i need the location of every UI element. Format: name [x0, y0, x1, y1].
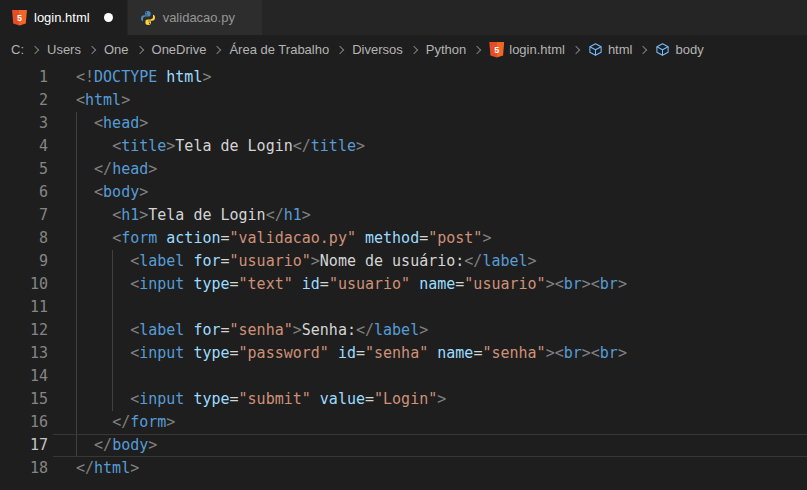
token-tag: h1	[121, 206, 139, 224]
python-icon	[140, 10, 156, 26]
html5-icon-digit: 5	[494, 45, 499, 55]
breadcrumb-item-diversos[interactable]: Diversos	[352, 42, 403, 57]
token-w	[76, 436, 94, 454]
code-content[interactable]: <form action="validacao.py" method="post…	[48, 227, 807, 250]
token-w	[76, 275, 130, 293]
breadcrumb-item-rea-de-trabalho[interactable]: Área de Trabalho	[229, 42, 329, 57]
token-attr: for	[193, 321, 220, 339]
code-line: 15 <input type="submit" value="Login">	[0, 388, 807, 411]
token-tag: h1	[284, 206, 302, 224]
token-w	[76, 183, 94, 201]
token-w	[76, 344, 130, 362]
token-p: <!	[76, 68, 94, 86]
token-str: "validacao.py"	[230, 229, 356, 247]
token-tag: br	[600, 275, 618, 293]
code-content[interactable]: <head>	[48, 112, 807, 135]
line-number[interactable]: 3	[0, 112, 48, 135]
line-number[interactable]: 17	[0, 434, 48, 457]
token-attr: type	[193, 344, 229, 362]
indent-guide	[76, 319, 77, 342]
token-str: "senha"	[230, 321, 293, 339]
token-p: <	[94, 114, 103, 132]
code-editor[interactable]: 1<!DOCTYPE html>2<html>3 <head>4 <title>…	[0, 64, 807, 490]
line-number[interactable]: 9	[0, 250, 48, 273]
token-p: <	[112, 137, 121, 155]
code-content[interactable]: </html>	[48, 457, 807, 480]
code-content[interactable]: <input type="password" id="senha" name="…	[48, 342, 807, 365]
line-number[interactable]: 10	[0, 273, 48, 296]
indent-guide	[76, 342, 77, 365]
breadcrumb-item-login-html[interactable]: 5login.html	[489, 42, 565, 58]
token-str: "usuario"	[464, 275, 545, 293]
breadcrumb-item-python[interactable]: Python	[426, 42, 466, 57]
token-eq: =	[419, 229, 428, 247]
line-number[interactable]: 16	[0, 411, 48, 434]
line-number[interactable]: 13	[0, 342, 48, 365]
token-w	[76, 390, 130, 408]
line-number[interactable]: 18	[0, 457, 48, 480]
token-p: >	[302, 206, 311, 224]
line-number[interactable]: 15	[0, 388, 48, 411]
breadcrumb-label: Users	[47, 42, 81, 57]
code-content[interactable]: <body>	[48, 181, 807, 204]
line-number[interactable]: 5	[0, 158, 48, 181]
line-number[interactable]: 6	[0, 181, 48, 204]
code-content[interactable]: </form>	[48, 411, 807, 434]
code-content[interactable]	[48, 296, 807, 319]
line-number[interactable]: 2	[0, 89, 48, 112]
code-content[interactable]: <h1>Tela de Login</h1>	[48, 204, 807, 227]
token-p: >	[121, 91, 130, 109]
code-line: 6 <body>	[0, 181, 807, 204]
code-content[interactable]: <!DOCTYPE html>	[48, 66, 807, 89]
breadcrumb-item-users[interactable]: Users	[47, 42, 81, 57]
breadcrumb-item-c[interactable]: C:	[11, 42, 24, 57]
token-str: "submit"	[239, 390, 311, 408]
breadcrumb-item-one[interactable]: One	[104, 42, 129, 57]
line-number[interactable]: 12	[0, 319, 48, 342]
breadcrumb-label: One	[104, 42, 129, 57]
token-tag: html	[94, 459, 130, 477]
breadcrumb-item-onedrive[interactable]: OneDrive	[152, 42, 207, 57]
token-str: "senha"	[365, 344, 428, 362]
token-txt: Tela de Login	[175, 137, 292, 155]
token-p: </	[94, 160, 112, 178]
code-content[interactable]: </body>	[48, 434, 807, 457]
code-content[interactable]: </head>	[48, 158, 807, 181]
token-p: >	[139, 114, 148, 132]
indent-guide	[76, 250, 77, 273]
code-content[interactable]: <title>Tela de Login</title>	[48, 135, 807, 158]
code-content[interactable]: <input type="text" id="usuario" name="us…	[48, 273, 807, 296]
tab-validacao-py[interactable]: validacao.py	[128, 0, 263, 35]
breadcrumb-item-html[interactable]: html	[588, 42, 633, 57]
line-number[interactable]: 14	[0, 365, 48, 388]
code-content[interactable]: <label for="senha">Senha:</label>	[48, 319, 807, 342]
line-number[interactable]: 7	[0, 204, 48, 227]
indent-guide	[76, 135, 77, 158]
breadcrumb-item-body[interactable]: body	[655, 42, 703, 57]
token-p: >	[139, 206, 148, 224]
line-number[interactable]: 4	[0, 135, 48, 158]
line-number[interactable]: 11	[0, 296, 48, 319]
token-w	[76, 114, 94, 132]
token-str: "Login"	[374, 390, 437, 408]
token-str: "post"	[428, 229, 482, 247]
code-content[interactable]: <html>	[48, 89, 807, 112]
tab-login-html[interactable]: 5login.html	[0, 0, 128, 35]
token-p: >	[419, 321, 428, 339]
code-line: 17 </body>	[0, 434, 807, 457]
code-content[interactable]: <label for="usuario">Nome de usuário:</l…	[48, 250, 807, 273]
code-content[interactable]: <input type="submit" value="Login">	[48, 388, 807, 411]
code-line: 5 </head>	[0, 158, 807, 181]
code-line: 9 <label for="usuario">Nome de usuário:<…	[0, 250, 807, 273]
indent-guide	[112, 342, 113, 365]
code-content[interactable]	[48, 365, 807, 388]
token-p: >	[148, 160, 157, 178]
token-p: <	[130, 390, 139, 408]
line-number[interactable]: 1	[0, 66, 48, 89]
token-tag: form	[130, 413, 166, 431]
symbol-field-icon	[588, 42, 603, 57]
dirty-indicator-icon[interactable]	[104, 13, 113, 22]
indent-guide	[112, 365, 113, 388]
code-line: 7 <h1>Tela de Login</h1>	[0, 204, 807, 227]
line-number[interactable]: 8	[0, 227, 48, 250]
